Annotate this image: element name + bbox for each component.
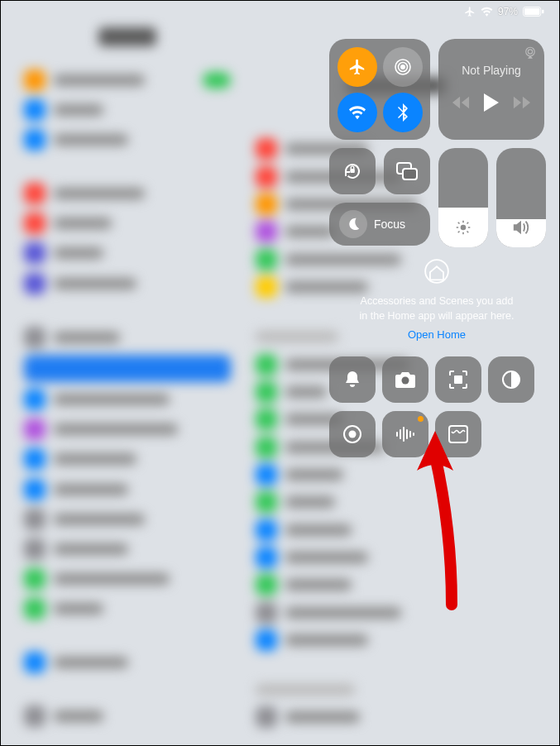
screen-mirroring-button[interactable] — [384, 148, 430, 194]
screen-record-button[interactable] — [329, 411, 376, 457]
silent-mode-button[interactable] — [329, 356, 376, 403]
svg-line-16 — [458, 222, 460, 224]
volume-icon — [512, 219, 530, 239]
home-text-line1: Accessories and Scenes you add — [361, 295, 514, 307]
svg-rect-32 — [403, 427, 404, 442]
brightness-icon — [455, 219, 471, 239]
wifi-status-icon — [481, 7, 493, 17]
svg-rect-10 — [403, 169, 417, 179]
svg-point-7 — [528, 50, 532, 54]
wifi-toggle[interactable] — [337, 93, 377, 132]
home-icon — [424, 259, 449, 284]
home-section: Accessories and Scenes you add in the Ho… — [329, 256, 544, 348]
open-home-link[interactable]: Open Home — [408, 328, 466, 341]
battery-pct: 97% — [498, 6, 518, 17]
svg-rect-34 — [409, 431, 411, 438]
play-icon[interactable] — [483, 93, 500, 112]
svg-rect-8 — [350, 169, 355, 173]
control-center: Not Playing Focus — [329, 39, 544, 457]
svg-rect-2 — [542, 10, 543, 14]
rotation-lock-toggle[interactable] — [329, 148, 376, 194]
svg-rect-36 — [449, 426, 467, 442]
svg-line-19 — [467, 222, 469, 224]
svg-point-29 — [349, 431, 357, 438]
battery-icon — [523, 7, 544, 17]
svg-rect-35 — [413, 433, 414, 436]
rewind-icon[interactable] — [452, 96, 470, 109]
svg-point-3 — [400, 65, 404, 68]
home-text-line2: in the Home app will appear here. — [360, 310, 515, 322]
svg-rect-31 — [400, 429, 401, 439]
svg-point-21 — [402, 377, 409, 385]
svg-rect-1 — [524, 8, 539, 15]
svg-line-17 — [467, 232, 469, 233]
svg-rect-30 — [396, 432, 398, 437]
moon-icon — [339, 210, 367, 238]
airdrop-toggle[interactable] — [383, 47, 423, 87]
status-bar: 97% — [464, 6, 544, 17]
volume-slider[interactable] — [496, 148, 546, 247]
camera-button[interactable] — [382, 356, 428, 403]
airplane-mode-status-icon — [464, 6, 476, 17]
forward-icon[interactable] — [513, 96, 531, 109]
brightness-slider[interactable] — [438, 148, 488, 247]
svg-rect-23 — [456, 377, 457, 379]
connectivity-panel[interactable] — [329, 39, 430, 140]
quick-note-button[interactable] — [435, 411, 481, 457]
svg-rect-24 — [459, 377, 461, 379]
bluetooth-toggle[interactable] — [383, 93, 423, 132]
svg-rect-26 — [459, 380, 461, 382]
svg-line-18 — [458, 232, 460, 233]
focus-button[interactable]: Focus — [329, 203, 430, 246]
airplane-mode-toggle[interactable] — [337, 47, 377, 87]
voice-memo-button[interactable] — [382, 411, 428, 457]
svg-rect-33 — [406, 429, 408, 439]
media-panel[interactable]: Not Playing — [438, 39, 544, 140]
svg-point-11 — [461, 225, 467, 231]
code-scanner-button[interactable] — [435, 356, 481, 403]
svg-point-6 — [526, 47, 535, 56]
dark-mode-button[interactable] — [488, 356, 534, 403]
focus-label: Focus — [374, 218, 405, 231]
media-title: Not Playing — [445, 64, 538, 77]
airplay-icon[interactable] — [523, 45, 538, 60]
svg-rect-25 — [456, 380, 457, 382]
